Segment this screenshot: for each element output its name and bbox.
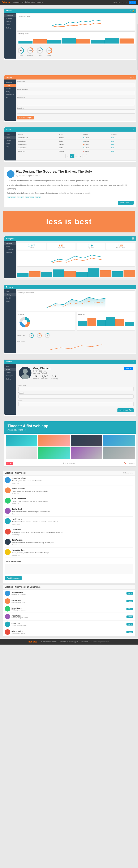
lsidebar-3[interactable]: Monthly: [4, 297, 16, 300]
sidebar3-item-4[interactable]: Roles: [4, 142, 16, 145]
sidebar3-item-2[interactable]: Users: [4, 136, 16, 139]
page-next[interactable]: ›: [83, 154, 87, 158]
comment-name-4[interactable]: Emily Clark: [12, 508, 133, 510]
footer-link-2[interactable]: Make Your Work Happen: [60, 641, 78, 643]
form-input-bio[interactable]: [17, 98, 135, 106]
shot-5[interactable]: [6, 447, 37, 459]
user-follow-btn-3[interactable]: Follow: [127, 608, 133, 610]
user-follow-btn-2[interactable]: Follow: [127, 600, 133, 602]
lsidebar-4[interactable]: Yearly: [4, 300, 16, 303]
cell-action-4[interactable]: Edit: [110, 146, 135, 150]
asidebar-2[interactable]: Traffic: [4, 245, 16, 248]
pform-input-1[interactable]: [19, 386, 134, 391]
user-list-name-3[interactable]: Mark Davis: [11, 607, 125, 609]
user-follow-btn-4[interactable]: Follow: [127, 616, 133, 618]
cell-action-3[interactable]: Edit: [110, 143, 135, 146]
shot-1[interactable]: [6, 435, 37, 446]
profile-save-btn[interactable]: Update Profile: [117, 408, 134, 412]
sidebar2-item-5[interactable]: Notifications: [4, 93, 16, 96]
shot-8[interactable]: [103, 447, 135, 459]
pform-input-2[interactable]: [19, 394, 134, 399]
psidebar-4[interactable]: Messages: [4, 374, 16, 377]
page-prev[interactable]: ‹: [65, 154, 69, 158]
read-more-button[interactable]: Read More →: [118, 201, 134, 205]
profile-settings-icon[interactable]: ⚙: [133, 361, 134, 363]
asidebar-3[interactable]: Conversions: [4, 248, 16, 251]
psidebar-3[interactable]: Portfolio: [4, 371, 16, 374]
lsidebar-2[interactable]: Weekly: [4, 293, 16, 297]
blog-tag-5[interactable]: Trends: [35, 196, 41, 198]
user-list-name-5[interactable]: Chris Lee: [11, 623, 125, 625]
user-follow-btn-5[interactable]: Follow: [127, 623, 133, 625]
footer-link-1[interactable]: Take Creative Control: [40, 641, 56, 643]
nav-wip[interactable]: WIP: [31, 1, 35, 3]
form-input-email[interactable]: [17, 91, 135, 95]
footer-link-3[interactable]: Upgrade: [81, 641, 88, 643]
sidebar-item-2[interactable]: Analytics: [4, 17, 16, 20]
user-list-name-4[interactable]: Julia White: [11, 615, 125, 617]
comment-submit-btn[interactable]: Post Comment: [5, 576, 22, 580]
blog-tag-4[interactable]: Web Design: [25, 196, 34, 198]
topbar-add-icon[interactable]: +: [133, 128, 134, 130]
cell-action-2[interactable]: Edit: [110, 140, 135, 143]
page-2[interactable]: 2: [74, 154, 78, 158]
sidebar-item-5[interactable]: Settings: [4, 26, 16, 30]
sidebar-item-3[interactable]: Reports: [4, 20, 16, 23]
form-input-name[interactable]: [17, 83, 135, 87]
sidebar2-item-2[interactable]: Profile: [4, 84, 16, 87]
follow-button[interactable]: Follow: [129, 1, 136, 4]
asidebar-1[interactable]: Overview: [4, 242, 16, 245]
sidebar2-item-3[interactable]: Security: [4, 87, 16, 90]
psidebar-1[interactable]: Feed: [4, 365, 16, 368]
blog-tag-3[interactable]: UX: [20, 196, 24, 198]
page-3[interactable]: 3: [79, 154, 82, 158]
form-input-location[interactable]: [17, 110, 135, 114]
sidebar3-item-1[interactable]: Home: [4, 133, 16, 136]
shot-2[interactable]: [38, 435, 70, 446]
user-follow-btn-1[interactable]: Follow: [127, 592, 133, 595]
asidebar-4[interactable]: Revenue: [4, 251, 16, 254]
behance-brand[interactable]: Behance: [2, 1, 10, 4]
sidebar2-item-4[interactable]: Billing: [4, 90, 16, 93]
comment-name-6[interactable]: Lisa Chen: [12, 529, 133, 531]
shot-6[interactable]: [38, 447, 70, 459]
psidebar-5[interactable]: Settings: [4, 377, 16, 380]
comment-name-7[interactable]: Tom Wilson: [12, 539, 133, 541]
profile-follow-btn[interactable]: Follow: [124, 367, 133, 370]
cell-action-5[interactable]: Edit: [110, 150, 135, 153]
user-list-name-6[interactable]: Mia Schmidt: [11, 630, 125, 632]
page-1[interactable]: 1: [70, 154, 74, 158]
psidebar-2[interactable]: Profile: [4, 368, 16, 371]
blog-tag-1[interactable]: Flat Design: [7, 196, 16, 198]
sidebar2-item-1[interactable]: Overview: [4, 81, 16, 84]
user-list-name-1[interactable]: Adam Nowak: [11, 592, 125, 594]
nav-portfolios[interactable]: Portfolios: [22, 1, 30, 3]
cell-action-1[interactable]: Edit: [110, 136, 135, 140]
nav-featured[interactable]: Featured: [12, 1, 20, 3]
comment-name-1[interactable]: Jonathan Fisher: [12, 477, 133, 479]
save-settings-button[interactable]: Save Changes: [17, 116, 34, 120]
lsidebar-1[interactable]: Daily: [4, 290, 16, 293]
nav-signup[interactable]: Sign Up: [113, 1, 120, 3]
nav-forums[interactable]: Forums: [36, 1, 43, 3]
shot-7[interactable]: [71, 447, 102, 459]
comment-name-5[interactable]: David Park: [12, 518, 133, 520]
like-button[interactable]: ♥ 847: [6, 462, 13, 465]
comment-name-8[interactable]: Anna Martinez: [12, 549, 133, 551]
sidebar2-item-6[interactable]: API: [4, 96, 16, 99]
user-list-name-2[interactable]: Kate Brown: [11, 599, 125, 601]
user-follow-btn-6[interactable]: Follow: [127, 631, 133, 633]
comment-textarea[interactable]: [5, 564, 133, 574]
sidebar-item-4[interactable]: Users: [4, 23, 16, 26]
sidebar-item-1[interactable]: Dashboard: [4, 14, 16, 17]
sidebar3-item-5[interactable]: Log: [4, 145, 16, 148]
comment-name-3[interactable]: Mike Thompson: [12, 498, 133, 500]
shot-4[interactable]: [103, 435, 135, 446]
nav-login[interactable]: Log In: [122, 1, 127, 3]
sidebar3-item-3[interactable]: Groups: [4, 139, 16, 142]
blog-tag-2[interactable]: UI: [17, 196, 20, 198]
shot-3[interactable]: [71, 435, 102, 446]
comment-name-2[interactable]: Sarah Williams: [12, 488, 133, 490]
footer-brand[interactable]: Behance: [29, 641, 37, 643]
pform-input-3[interactable]: [19, 402, 134, 406]
